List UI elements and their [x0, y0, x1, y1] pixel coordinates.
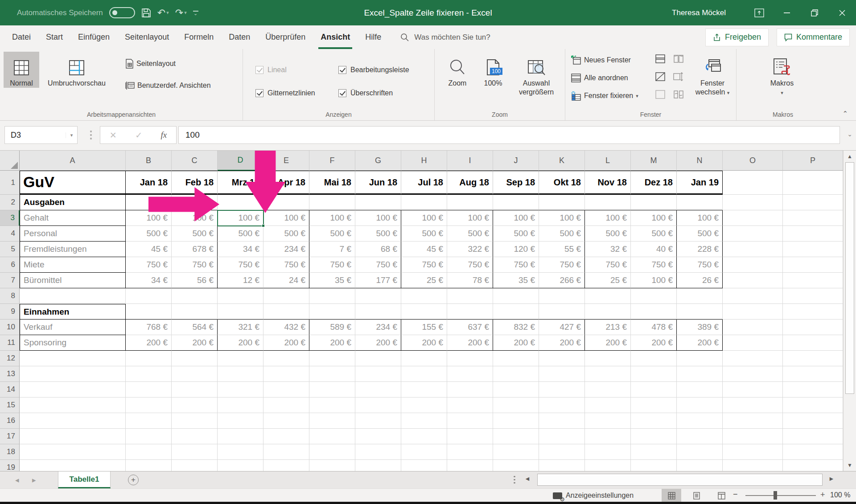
cell-B16[interactable]	[126, 413, 172, 429]
cell-P11[interactable]	[783, 335, 843, 351]
cell-G17[interactable]	[355, 429, 401, 444]
cell-A12[interactable]	[20, 351, 126, 366]
cell-O19[interactable]	[723, 460, 783, 471]
cell-B12[interactable]	[126, 351, 172, 366]
row-header-3[interactable]: 3	[0, 210, 20, 226]
tab-datei[interactable]: Datei	[4, 25, 38, 49]
cell-G7[interactable]: 177 €	[355, 273, 401, 288]
cell-E10[interactable]: 432 €	[263, 320, 309, 335]
cell-G15[interactable]	[355, 397, 401, 413]
cell-K7[interactable]: 266 €	[539, 273, 585, 288]
cell-B11[interactable]: 200 €	[126, 335, 172, 351]
cell-E13[interactable]	[263, 366, 309, 382]
cell-E3[interactable]: 100 €	[263, 210, 309, 226]
cell-N16[interactable]	[677, 413, 723, 429]
cell-O6[interactable]	[723, 257, 783, 273]
cell-L12[interactable]	[585, 351, 631, 366]
cell-I5[interactable]: 322 €	[447, 242, 493, 257]
cell-N17[interactable]	[677, 429, 723, 444]
cell-P12[interactable]	[783, 351, 843, 366]
cell-N6[interactable]: 750 €	[677, 257, 723, 273]
cell-D8[interactable]	[218, 288, 263, 304]
cell-P1[interactable]	[783, 171, 843, 195]
cell-L16[interactable]	[585, 413, 631, 429]
cell-K12[interactable]	[539, 351, 585, 366]
cell-I9[interactable]	[447, 304, 493, 320]
cell-D18[interactable]	[218, 444, 263, 460]
cell-A15[interactable]	[20, 397, 126, 413]
column-header-C[interactable]: C	[172, 151, 218, 171]
headings-checkbox[interactable]: Überschriften	[338, 89, 393, 97]
cell-L2[interactable]	[585, 195, 631, 210]
previous-sheet-button[interactable]: ◂	[15, 475, 19, 485]
cell-K4[interactable]: 500 €	[539, 226, 585, 242]
cell-O12[interactable]	[723, 351, 783, 366]
cell-N12[interactable]	[677, 351, 723, 366]
cell-G9[interactable]	[355, 304, 401, 320]
cell-K3[interactable]: 100 €	[539, 210, 585, 226]
zoom-button[interactable]: Zoom	[441, 52, 474, 88]
ruler-checkbox[interactable]: Lineal	[255, 66, 287, 74]
cell-K5[interactable]: 55 €	[539, 242, 585, 257]
cell-M13[interactable]	[631, 366, 677, 382]
cell-N3[interactable]: 100 €	[677, 210, 723, 226]
cell-M14[interactable]	[631, 382, 677, 397]
cell-I16[interactable]	[447, 413, 493, 429]
cell-F16[interactable]	[309, 413, 355, 429]
cell-H6[interactable]: 750 €	[401, 257, 447, 273]
cell-E19[interactable]	[263, 460, 309, 471]
tab-start[interactable]: Start	[38, 25, 70, 49]
cell-D15[interactable]	[218, 397, 263, 413]
cell-K17[interactable]	[539, 429, 585, 444]
cell-A4[interactable]: Personal	[20, 226, 126, 242]
cell-F13[interactable]	[309, 366, 355, 382]
cell-P10[interactable]	[783, 320, 843, 335]
cell-P3[interactable]	[783, 210, 843, 226]
tab-überprüfen[interactable]: Überprüfen	[258, 25, 313, 49]
cell-N18[interactable]	[677, 444, 723, 460]
cell-A18[interactable]	[20, 444, 126, 460]
cell-F17[interactable]	[309, 429, 355, 444]
cell-G14[interactable]	[355, 382, 401, 397]
cell-H10[interactable]: 155 €	[401, 320, 447, 335]
cell-E5[interactable]: 234 €	[263, 242, 309, 257]
cell-K19[interactable]	[539, 460, 585, 471]
cell-C17[interactable]	[172, 429, 218, 444]
cell-A8[interactable]	[20, 288, 126, 304]
column-header-O[interactable]: O	[723, 151, 783, 171]
name-box[interactable]: D3 ▾	[4, 126, 78, 144]
cancel-icon[interactable]: ✕	[110, 130, 117, 140]
cell-J18[interactable]	[493, 444, 539, 460]
view-side-by-side-button[interactable]	[673, 54, 684, 63]
cell-P17[interactable]	[783, 429, 843, 444]
cell-B17[interactable]	[126, 429, 172, 444]
cell-E15[interactable]	[263, 397, 309, 413]
expand-formula-bar-icon[interactable]: ⌄	[847, 131, 852, 138]
cell-B8[interactable]	[126, 288, 172, 304]
cell-I14[interactable]	[447, 382, 493, 397]
save-button[interactable]	[141, 8, 151, 18]
cell-E9[interactable]	[263, 304, 309, 320]
cell-H16[interactable]	[401, 413, 447, 429]
cell-G19[interactable]	[355, 460, 401, 471]
cell-M11[interactable]: 200 €	[631, 335, 677, 351]
display-settings-button[interactable]: ⚙ Anzeigeeinstellungen	[553, 489, 634, 502]
page-break-preview-status-button[interactable]	[712, 489, 731, 502]
cell-F18[interactable]	[309, 444, 355, 460]
cell-A6[interactable]: Miete	[20, 257, 126, 273]
fill-handle[interactable]	[262, 224, 265, 227]
cell-K13[interactable]	[539, 366, 585, 382]
cell-M4[interactable]: 500 €	[631, 226, 677, 242]
cell-E16[interactable]	[263, 413, 309, 429]
cell-O1[interactable]	[723, 171, 783, 195]
row-header-7[interactable]: 7	[0, 273, 20, 288]
row-header-8[interactable]: 8	[0, 288, 20, 304]
cell-D14[interactable]	[218, 382, 263, 397]
cell-L7[interactable]: 25 €	[585, 273, 631, 288]
column-header-J[interactable]: J	[493, 151, 539, 171]
zoom-to-selection-button[interactable]: Auswahl vergrößern	[511, 52, 561, 97]
cell-D16[interactable]	[218, 413, 263, 429]
scroll-left-icon[interactable]: ◄	[524, 475, 531, 482]
cell-A14[interactable]	[20, 382, 126, 397]
cell-H4[interactable]: 500 €	[401, 226, 447, 242]
